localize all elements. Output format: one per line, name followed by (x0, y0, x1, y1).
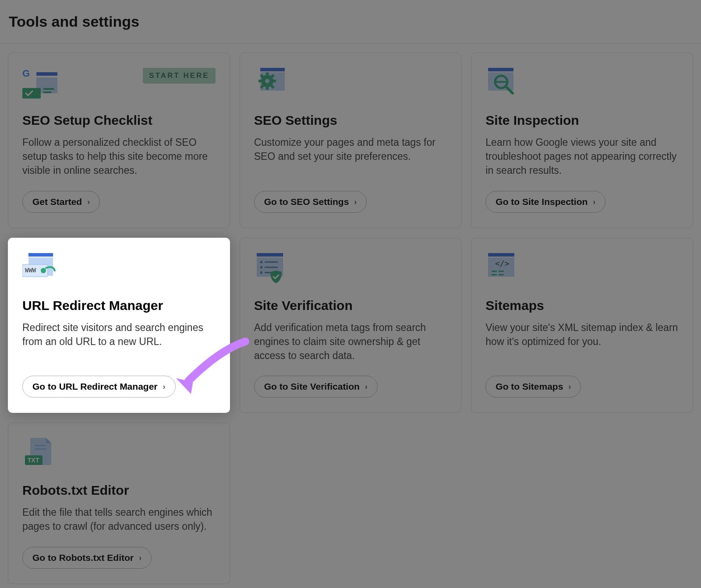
svg-rect-36 (488, 253, 514, 257)
button-label: Go to Robots.txt Editor (32, 553, 134, 563)
svg-rect-11 (266, 86, 269, 90)
go-to-sitemaps-button[interactable]: Go to Sitemaps › (485, 376, 581, 398)
svg-rect-31 (265, 261, 278, 263)
page-title: Tools and settings (9, 13, 692, 30)
svg-rect-34 (260, 271, 262, 274)
svg-rect-12 (258, 80, 262, 82)
page-header: Tools and settings (0, 0, 701, 44)
card-title: SEO Settings (254, 113, 447, 128)
svg-rect-43 (35, 445, 46, 446)
chevron-right-icon: › (163, 383, 166, 391)
go-to-url-redirect-manager-button[interactable]: Go to URL Redirect Manager › (22, 376, 176, 398)
card-site-inspection[interactable]: Site Inspection Learn how Google views y… (471, 53, 693, 228)
svg-rect-39 (492, 271, 497, 272)
card-title: Site Verification (254, 298, 447, 313)
svg-rect-28 (257, 253, 283, 257)
txt-file-icon: TXT (22, 438, 57, 469)
svg-rect-40 (499, 271, 504, 272)
card-title: Sitemaps (485, 298, 679, 313)
svg-point-27 (41, 268, 46, 273)
shield-list-icon (254, 253, 289, 285)
svg-rect-10 (266, 72, 269, 76)
card-seo-settings[interactable]: SEO Settings Customize your pages and me… (240, 53, 462, 228)
svg-text:TXT: TXT (28, 457, 39, 464)
go-to-site-verification-button[interactable]: Go to Site Verification › (254, 376, 378, 398)
card-desc: Customize your pages and meta tags for S… (254, 135, 447, 163)
card-seo-setup-checklist[interactable]: G START HERE SEO Setup Checklist Follow … (8, 53, 230, 228)
card-title: SEO Setup Checklist (22, 113, 216, 128)
url-redirect-icon: WWW (22, 253, 57, 285)
go-to-seo-settings-button[interactable]: Go to SEO Settings › (254, 191, 367, 213)
card-desc: View your site's XML sitemap index & lea… (485, 320, 679, 349)
card-title: Site Inspection (485, 113, 679, 128)
chevron-right-icon: › (568, 383, 571, 391)
magnifier-window-icon (485, 68, 520, 99)
card-url-redirect-manager[interactable]: WWW URL Redirect Manager Redirect site v… (8, 238, 230, 413)
svg-rect-30 (260, 261, 262, 263)
button-label: Go to Site Verification (264, 381, 360, 392)
svg-rect-18 (488, 68, 513, 71)
svg-rect-44 (35, 448, 46, 450)
svg-rect-33 (265, 267, 278, 268)
card-desc: Learn how Google views your site and tro… (485, 135, 679, 178)
svg-rect-6 (260, 68, 285, 71)
svg-rect-3 (22, 88, 41, 99)
svg-rect-5 (43, 92, 51, 93)
svg-text:</>: </> (495, 259, 510, 268)
card-desc: Redirect site visitors and search engine… (22, 320, 216, 349)
chevron-right-icon: › (87, 198, 90, 206)
card-sitemaps[interactable]: </> Sitemaps View your site's XML sitema… (471, 238, 693, 413)
svg-rect-1 (36, 72, 57, 76)
chevron-right-icon: › (593, 198, 595, 206)
gear-window-icon (254, 68, 289, 99)
chevron-right-icon: › (354, 198, 357, 206)
card-robots-txt-editor[interactable]: TXT Robots.txt Editor Edit the file that… (8, 423, 230, 584)
card-title: Robots.txt Editor (22, 482, 216, 498)
card-desc: Add verification meta tags from search e… (254, 320, 447, 363)
svg-text:WWW: WWW (25, 267, 36, 274)
svg-text:G: G (22, 68, 30, 79)
cards-grid: G START HERE SEO Setup Checklist Follow … (8, 53, 693, 584)
card-desc: Follow a personalized checklist of SEO s… (22, 135, 216, 178)
svg-rect-13 (273, 80, 276, 82)
svg-rect-42 (499, 274, 504, 275)
svg-rect-4 (43, 88, 54, 90)
card-desc: Edit the file that tells search engines … (22, 505, 216, 533)
start-here-badge: START HERE (143, 68, 215, 84)
button-label: Go to SEO Settings (264, 197, 349, 207)
go-to-site-inspection-button[interactable]: Go to Site Inspection › (485, 191, 605, 213)
svg-rect-32 (260, 266, 262, 268)
sitemap-code-icon: </> (485, 253, 520, 285)
svg-point-9 (265, 79, 269, 83)
svg-rect-41 (492, 274, 497, 275)
button-label: Get Started (32, 197, 82, 207)
svg-rect-21 (495, 81, 507, 83)
chevron-right-icon: › (365, 383, 368, 391)
chevron-right-icon: › (139, 554, 142, 562)
go-to-robots-txt-editor-button[interactable]: Go to Robots.txt Editor › (22, 547, 152, 569)
get-started-button[interactable]: Get Started › (22, 191, 100, 213)
svg-rect-23 (28, 253, 53, 257)
button-label: Go to URL Redirect Manager (32, 381, 158, 392)
card-site-verification[interactable]: Site Verification Add verification meta … (240, 238, 462, 413)
button-label: Go to Site Inspection (496, 197, 588, 207)
card-title: URL Redirect Manager (22, 298, 216, 313)
button-label: Go to Sitemaps (496, 381, 563, 392)
checklist-icon: G (22, 68, 57, 99)
